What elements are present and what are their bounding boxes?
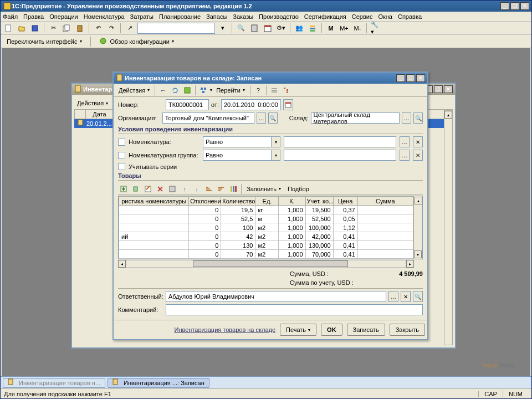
dlg-close[interactable]: ✕ bbox=[416, 74, 425, 82]
col-price[interactable]: Цена bbox=[333, 197, 357, 206]
dlg-actions[interactable]: Действия▾ bbox=[116, 85, 152, 95]
warehouse-combo[interactable]: Центральный склад материалов bbox=[311, 112, 400, 124]
menu-service[interactable]: Сервис bbox=[352, 13, 373, 20]
comment-input[interactable] bbox=[166, 304, 423, 315]
delete-row-icon[interactable] bbox=[155, 183, 166, 195]
table-row[interactable]: 0130м21,000130,0000,41 bbox=[119, 241, 422, 250]
nomenclature-mode[interactable]: Равно▾ bbox=[203, 136, 280, 147]
menu-production[interactable]: Производство bbox=[259, 13, 299, 20]
move-down-icon[interactable]: ↓ bbox=[191, 183, 202, 195]
table-row[interactable]: 0100м21,000100,0001,12 bbox=[119, 223, 422, 232]
calc-icon[interactable] bbox=[249, 23, 260, 34]
settings-icon[interactable] bbox=[228, 183, 239, 195]
menu-stocks[interactable]: Запасы bbox=[206, 13, 227, 20]
col-k[interactable]: К. bbox=[279, 197, 305, 206]
nomenclature-value[interactable] bbox=[284, 136, 396, 147]
nom-group-value[interactable] bbox=[284, 150, 396, 161]
col-sum[interactable]: Сумма bbox=[357, 197, 413, 206]
report-icon[interactable] bbox=[307, 23, 318, 34]
minimize-button[interactable]: _ bbox=[500, 2, 509, 10]
goto-button[interactable]: Перейти▾ bbox=[213, 85, 248, 95]
m-minus-btn[interactable]: М- bbox=[352, 23, 363, 34]
new-icon[interactable] bbox=[3, 23, 14, 34]
find-icon[interactable]: 🔍 bbox=[236, 23, 247, 34]
gear-dd-icon[interactable]: ⚙▾ bbox=[275, 23, 287, 34]
nom-group-checkbox[interactable] bbox=[118, 152, 125, 159]
list-icon[interactable] bbox=[269, 85, 280, 96]
refresh-icon[interactable] bbox=[170, 85, 181, 96]
task-item-1[interactable]: Инвентаризация товаров н... bbox=[3, 378, 105, 388]
undo-icon[interactable]: ↶ bbox=[93, 23, 104, 34]
date-picker-icon[interactable] bbox=[283, 99, 293, 110]
org-clear-icon[interactable]: … bbox=[257, 112, 266, 124]
post-icon[interactable] bbox=[182, 85, 193, 96]
menu-file[interactable]: Файл bbox=[3, 13, 18, 20]
sort-desc-icon[interactable] bbox=[216, 183, 227, 195]
nomenclature-checkbox[interactable] bbox=[118, 139, 125, 146]
table-row[interactable]: 052,5м1,00052,5000,05 bbox=[119, 214, 422, 223]
dlg-minimize[interactable]: _ bbox=[396, 74, 405, 82]
table-row[interactable]: 019,5кг1,00019,5000,37 bbox=[119, 206, 422, 214]
dropdown-icon[interactable]: ▾ bbox=[217, 23, 228, 34]
copy-row-icon[interactable] bbox=[130, 183, 141, 195]
bg-close[interactable]: ✕ bbox=[444, 85, 453, 93]
nomg-more-icon[interactable]: … bbox=[400, 150, 410, 161]
fill-button[interactable]: Заполнить▾ bbox=[244, 184, 284, 194]
col-unit[interactable]: Ед. bbox=[255, 197, 279, 206]
ok-button[interactable]: OK bbox=[321, 324, 342, 336]
close-button[interactable]: Закрыть bbox=[390, 324, 425, 336]
pick-button[interactable]: Подбор bbox=[285, 184, 312, 194]
users-icon[interactable]: 👥 bbox=[294, 23, 305, 34]
menu-orders[interactable]: Заказы bbox=[233, 13, 253, 20]
menu-nomenclature[interactable]: Номенклатура bbox=[84, 13, 125, 20]
help-icon[interactable]: ? bbox=[253, 85, 264, 96]
save-button[interactable]: Записать bbox=[347, 324, 385, 336]
m-btn[interactable]: М bbox=[325, 23, 336, 34]
series-checkbox[interactable] bbox=[118, 163, 125, 170]
org-combo[interactable]: Торговый дом "Комплексный" bbox=[162, 112, 254, 124]
col-acc[interactable]: Учет. ко... bbox=[305, 197, 333, 206]
menu-operations[interactable]: Операции bbox=[49, 13, 78, 20]
number-input[interactable] bbox=[166, 99, 209, 110]
col-qty[interactable]: Количество bbox=[221, 197, 255, 206]
edit-row-icon[interactable] bbox=[142, 183, 154, 195]
menu-windows[interactable]: Окна bbox=[378, 13, 392, 20]
config-overview-button[interactable]: Обзор конфигурации▾ bbox=[96, 35, 177, 48]
nom-more-icon[interactable]: … bbox=[400, 136, 410, 147]
org-search-icon[interactable]: 🔍 bbox=[268, 112, 278, 124]
bg-col-date[interactable]: Дата bbox=[86, 110, 114, 119]
nom-group-mode[interactable]: Равно▾ bbox=[203, 150, 280, 161]
calendar-icon[interactable] bbox=[262, 23, 273, 34]
tools-icon[interactable]: 🔧▾ bbox=[370, 23, 381, 34]
menu-cert[interactable]: Сертификация bbox=[304, 13, 346, 20]
finish-edit-icon[interactable] bbox=[167, 183, 178, 195]
restore-button[interactable]: ❐ bbox=[510, 2, 519, 10]
menu-costs[interactable]: Затраты bbox=[130, 13, 154, 20]
nom-del-icon[interactable]: ✕ bbox=[413, 136, 423, 147]
wh-clear-icon[interactable]: … bbox=[402, 112, 411, 124]
tree-icon[interactable] bbox=[281, 85, 292, 96]
sort-asc-icon[interactable] bbox=[203, 183, 214, 195]
bg-actions[interactable]: Действия▾ bbox=[74, 98, 111, 108]
col-char[interactable]: ристика номенклатуры bbox=[119, 197, 189, 206]
bg-maximize[interactable]: □ bbox=[434, 85, 443, 93]
add-row-icon[interactable] bbox=[118, 183, 129, 195]
structure-icon[interactable] bbox=[198, 85, 209, 96]
table-row[interactable]: 070м21,00070,0000,41 bbox=[119, 250, 422, 259]
move-up-icon[interactable]: ↑ bbox=[179, 183, 190, 195]
footer-link[interactable]: Инвентаризация товаров на складе bbox=[174, 326, 275, 333]
task-item-2[interactable]: Инвентаризация ...: Записан bbox=[108, 378, 209, 388]
open-icon[interactable] bbox=[16, 23, 27, 34]
cut-icon[interactable]: ✂ bbox=[48, 23, 59, 34]
bg-scrollbar[interactable]: ▴ bbox=[444, 110, 453, 345]
table-row[interactable]: ий042м21,00042,0000,41 bbox=[119, 232, 422, 241]
m-plus-btn[interactable]: М+ bbox=[339, 23, 350, 34]
arrow-icon[interactable]: ↗ bbox=[124, 23, 135, 34]
table-vscroll[interactable]: ▴ ▾ bbox=[413, 196, 422, 259]
switch-interface-button[interactable]: Переключить интерфейс▾ bbox=[4, 37, 85, 47]
resp-more-icon[interactable]: … bbox=[388, 291, 398, 302]
print-button[interactable]: Печать▾ bbox=[280, 324, 316, 336]
responsible-input[interactable] bbox=[166, 291, 386, 302]
save-icon[interactable] bbox=[29, 23, 40, 34]
resp-del-icon[interactable]: ✕ bbox=[401, 291, 411, 302]
